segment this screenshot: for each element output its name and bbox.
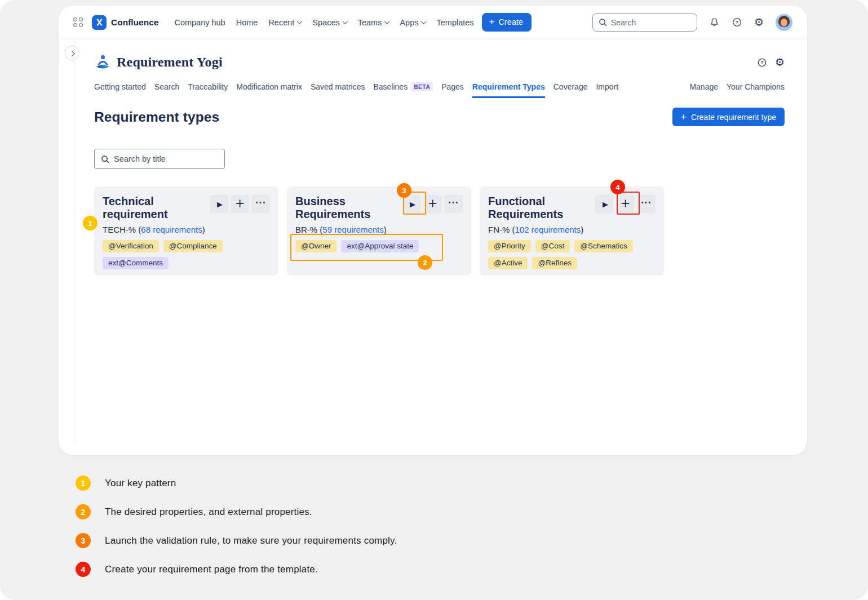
global-create-button[interactable]: + Create [482, 13, 532, 32]
requirement-yogi-header: Requirement Yogi ? ⚙ [94, 54, 785, 70]
property-tags: @Priority@Cost@Schematics@Active@Refines [488, 240, 652, 269]
key-prefix: BR-% ( [295, 225, 322, 234]
callout-badge-4: 4 [610, 180, 625, 194]
property-tag: @Cost [535, 240, 570, 252]
run-validation-button[interactable]: ▶ [595, 195, 614, 214]
app-grid-icon [73, 17, 83, 27]
legend-text: Create your requirement page from the te… [105, 564, 318, 575]
tab-label: Pages [441, 82, 464, 91]
card-title: Technical requirement [103, 195, 204, 221]
property-tags: @Ownerext@Approval state [295, 240, 459, 252]
settings-button[interactable]: ⚙ [754, 17, 764, 28]
chevron-down-icon [421, 19, 427, 24]
property-tag: @Schematics [574, 240, 632, 252]
property-tags: @Verification@Complianceext@Comments [103, 240, 266, 269]
desktop-background: Confluence Company hubHomeRecentSpacesTe… [0, 0, 868, 600]
app-title: Requirement Yogi [117, 55, 223, 70]
tab-requirement-types[interactable]: Requirement Types [472, 82, 545, 98]
property-tag: @Active [488, 257, 528, 269]
tab-baselines[interactable]: BaselinesBETA [373, 82, 433, 98]
tab-saved-matrices[interactable]: Saved matrices [311, 82, 365, 98]
tab-search[interactable]: Search [154, 82, 179, 98]
requirements-count-link[interactable]: 59 requirements [322, 225, 383, 234]
legend-text: Launch the validation rule, to make sure… [105, 535, 397, 546]
nav-item-company-hub[interactable]: Company hub [174, 18, 225, 27]
global-search-input[interactable] [611, 18, 684, 27]
more-options-button[interactable]: ··· [637, 195, 656, 214]
sidebar-divider [74, 39, 74, 444]
app-header-icons: ? ⚙ [757, 57, 785, 68]
heading-row: Requirement types + Create requirement t… [94, 108, 785, 126]
requirements-count-link[interactable]: 102 requirements [515, 225, 581, 234]
tab-modification-matrix[interactable]: Modification matrix [236, 82, 302, 98]
expand-sidebar-button[interactable] [65, 46, 79, 60]
create-page-button[interactable]: + [616, 195, 635, 214]
more-options-button[interactable]: ··· [251, 195, 270, 214]
key-suffix: ) [581, 225, 583, 234]
tab-label: Import [596, 82, 618, 91]
callout-badge-2: 2 [418, 255, 432, 270]
property-tag: @Owner [295, 240, 336, 252]
tab-label: Traceability [188, 82, 228, 91]
legend-badge-3: 3 [76, 533, 91, 548]
key-pattern: TECH-% (68 requirements) [103, 225, 270, 234]
search-icon [101, 155, 109, 163]
card-actions: ▶+··· [595, 195, 656, 221]
create-page-button[interactable]: + [231, 195, 249, 214]
requirement-type-card: Functional Requirements▶+···FN-% (102 re… [480, 186, 664, 275]
nav-item-label: Home [236, 18, 258, 27]
global-search[interactable] [592, 13, 697, 32]
app-switcher-button[interactable] [73, 17, 83, 27]
tab-your-champions[interactable]: Your Champions [727, 82, 785, 98]
tab-label: Requirement Types [472, 82, 545, 91]
nav-item-home[interactable]: Home [236, 18, 258, 27]
app-help-button[interactable]: ? [757, 57, 767, 68]
confluence-window: Confluence Company hubHomeRecentSpacesTe… [59, 6, 807, 455]
legend-text: The desired properties, and external pro… [105, 506, 312, 518]
question-icon: ? [732, 17, 742, 28]
requirements-count-link[interactable]: 68 requirements [141, 225, 202, 234]
key-suffix: ) [384, 225, 387, 234]
tab-coverage[interactable]: Coverage [553, 82, 588, 98]
tab-import[interactable]: Import [596, 82, 618, 98]
search-by-title-input[interactable] [114, 154, 215, 163]
nav-item-recent[interactable]: Recent [268, 18, 302, 27]
nav-item-templates[interactable]: Templates [436, 18, 473, 27]
more-options-button[interactable]: ··· [444, 195, 463, 214]
help-button[interactable]: ? [732, 17, 742, 28]
legend-badge-1: 1 [76, 475, 91, 491]
confluence-top-nav: Confluence Company hubHomeRecentSpacesTe… [59, 6, 807, 39]
app-settings-button[interactable]: ⚙ [775, 57, 785, 68]
user-avatar[interactable] [776, 14, 792, 31]
tab-getting-started[interactable]: Getting started [94, 82, 146, 98]
search-by-title[interactable] [94, 149, 225, 169]
bell-icon [709, 17, 720, 28]
page-content: Requirement Yogi ? ⚙ Getting startedSear… [59, 39, 807, 455]
nav-item-apps[interactable]: Apps [400, 18, 426, 27]
legend-row: 1Your key pattern [76, 475, 397, 491]
confluence-home-link[interactable]: Confluence [92, 15, 158, 30]
callout-badge-1: 1 [83, 216, 98, 230]
create-label: Create [499, 17, 524, 26]
card-actions: ▶+··· [402, 195, 463, 221]
search-icon [599, 18, 607, 26]
tab-pages[interactable]: Pages [441, 82, 464, 98]
tab-manage[interactable]: Manage [689, 82, 718, 98]
nav-item-teams[interactable]: Teams [358, 18, 389, 27]
nav-item-label: Recent [268, 18, 294, 27]
brand-name: Confluence [111, 17, 158, 28]
property-tag: @Verification [103, 240, 159, 252]
property-tag: @Compliance [163, 240, 223, 252]
nav-item-spaces[interactable]: Spaces [312, 18, 347, 27]
create-requirement-type-button[interactable]: + Create requirement type [672, 108, 785, 126]
requirement-yogi-logo-icon [94, 54, 112, 70]
chevron-down-icon [384, 19, 390, 24]
create-requirement-type-label: Create requirement type [691, 113, 776, 122]
run-validation-button[interactable]: ▶ [402, 195, 421, 214]
create-page-button[interactable]: + [423, 195, 442, 214]
question-icon: ? [757, 57, 767, 68]
notifications-button[interactable] [709, 17, 720, 28]
tab-traceability[interactable]: Traceability [188, 82, 228, 98]
run-validation-button[interactable]: ▶ [210, 195, 228, 214]
key-pattern: FN-% (102 requirements) [488, 225, 656, 234]
